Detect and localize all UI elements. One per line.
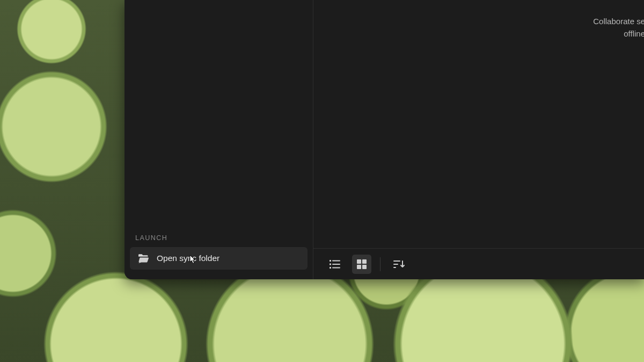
svg-rect-5	[332, 267, 340, 268]
status-line-1: Collaborate se	[593, 17, 644, 26]
launch-section-label: LAUNCH	[125, 234, 313, 247]
app-window: LAUNCH Open sync folder	[125, 0, 644, 279]
svg-rect-12	[393, 267, 396, 268]
main-panel: Collaborate se offline	[313, 0, 644, 279]
desktop: LAUNCH Open sync folder	[0, 0, 644, 362]
svg-rect-4	[330, 267, 331, 269]
list-view-icon	[329, 259, 341, 269]
svg-rect-9	[362, 265, 367, 269]
sort-button[interactable]	[389, 255, 408, 274]
status-line-2: offline	[624, 29, 644, 38]
folder-open-icon	[137, 254, 149, 263]
open-sync-folder-button[interactable]: Open sync folder	[130, 247, 308, 270]
svg-rect-10	[393, 260, 400, 262]
svg-rect-11	[393, 264, 398, 265]
sidebar-empty-area	[125, 0, 313, 234]
svg-rect-7	[362, 259, 367, 264]
toolbar-separator	[380, 257, 380, 271]
sort-icon	[393, 259, 405, 269]
svg-rect-0	[330, 260, 331, 262]
sidebar-panel: LAUNCH Open sync folder	[125, 0, 313, 279]
grid-view-button[interactable]	[352, 255, 371, 274]
svg-rect-3	[332, 264, 340, 265]
svg-rect-1	[332, 260, 340, 261]
list-view-button[interactable]	[325, 255, 345, 274]
svg-rect-8	[357, 265, 361, 269]
svg-rect-6	[357, 259, 361, 264]
svg-rect-2	[330, 263, 331, 265]
open-sync-folder-label: Open sync folder	[157, 254, 219, 263]
grid-view-icon	[356, 259, 367, 270]
view-toolbar	[313, 248, 644, 279]
status-text: Collaborate se offline	[593, 15, 644, 40]
